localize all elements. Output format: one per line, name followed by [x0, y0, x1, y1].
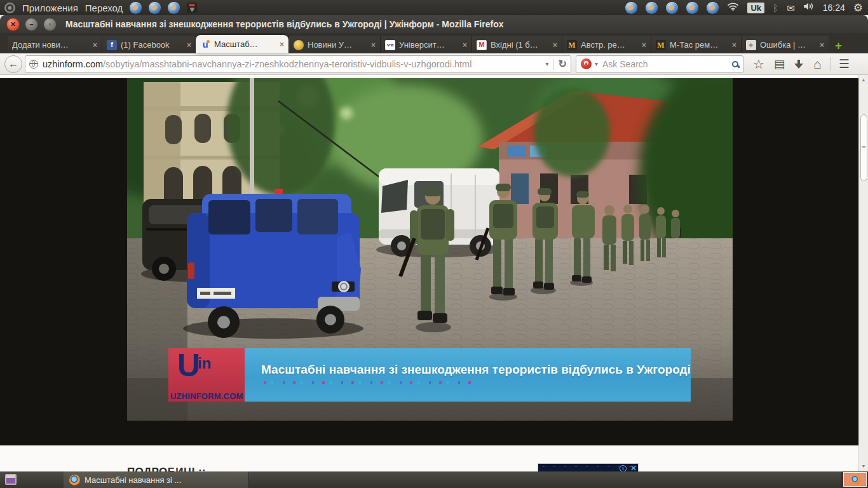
search-input[interactable] — [601, 58, 729, 70]
menu-icon[interactable]: ☰ — [839, 57, 850, 71]
tab-inbox[interactable]: M Вхідні (1 б… × — [471, 36, 562, 53]
video-caption-banner: U in UZHINFORM.COM Масштабні навчання зі… — [168, 348, 689, 402]
tab-austr[interactable]: M Австр. ре… × — [562, 36, 651, 53]
firefox-window-icon[interactable] — [646, 2, 658, 14]
top-panel: Приложения Переход Uk ᛒ ✉ 16:24 ⚙ — [0, 0, 868, 15]
keyboard-layout-indicator[interactable]: Uk — [747, 3, 764, 13]
adchoices-info-icon[interactable]: i — [620, 465, 627, 472]
firefox-window-icon[interactable] — [707, 2, 719, 14]
firefox-icon — [69, 475, 80, 485]
uzhinform-logo-letters: U in — [177, 349, 211, 381]
navigation-toolbar: ← uzhinform.com/sobytiya/masshtabni-navc… — [0, 53, 868, 75]
tab-close-icon[interactable]: × — [184, 41, 191, 50]
reload-icon[interactable]: ↻ — [559, 58, 567, 70]
bluetooth-icon[interactable]: ᛒ — [773, 3, 778, 13]
search-engine-dropdown-icon[interactable]: ▾ — [595, 60, 598, 67]
home-icon[interactable]: ⌂ — [813, 57, 822, 71]
tab-error[interactable]: ⌖ Ошибка | … × — [741, 36, 829, 53]
scrollbar[interactable]: ▲ ▼ — [858, 75, 868, 471]
tab-label: Масштаб… — [214, 39, 258, 49]
tab-close-icon[interactable]: × — [90, 41, 97, 50]
tab-close-icon[interactable]: × — [817, 41, 824, 50]
news-site-favicon — [294, 40, 304, 50]
tab-facebook[interactable]: f (1) Facebook × — [102, 36, 196, 53]
bookmark-star-icon[interactable]: ☆ — [753, 58, 764, 71]
firefox-icon — [851, 475, 860, 484]
tab-close-icon[interactable]: × — [460, 41, 467, 50]
firefox-window-icon[interactable] — [686, 2, 698, 14]
firefox-window-icon[interactable] — [666, 2, 678, 14]
wifi-icon[interactable] — [727, 2, 739, 13]
window-maximize-button[interactable]: ▫ — [43, 18, 57, 31]
ask-search-logo-icon[interactable] — [581, 58, 592, 69]
url-bar[interactable]: uzhinform.com/sobytiya/masshtabni-navcha… — [25, 55, 571, 73]
banner-title: Масштабні навчання зі знешкодження терор… — [261, 363, 691, 377]
bottom-taskbar: Масштабні навчання зі ... — [0, 471, 868, 488]
search-bar[interactable]: ▾ — [576, 55, 743, 73]
tab-label: Новини У… — [308, 40, 352, 50]
window-minimize-button[interactable]: – — [25, 18, 38, 31]
firefox-window-icon[interactable] — [625, 2, 637, 14]
url-domain: uzhinform.com — [43, 59, 103, 69]
video-glitch-artifact — [264, 381, 473, 384]
gear-icon[interactable]: ⚙ — [853, 3, 863, 13]
menu-applications[interactable]: Приложения — [22, 3, 78, 13]
active-workspace-cell[interactable] — [843, 472, 867, 487]
m-site-favicon: M — [567, 40, 577, 50]
new-tab-button[interactable]: + — [835, 39, 842, 51]
tab-mtac[interactable]: M М-Тас рем… × — [651, 36, 741, 53]
tab-university[interactable]: v·a Університ… × — [380, 36, 471, 53]
firefox-window-icon[interactable] — [149, 2, 161, 14]
tab-close-icon[interactable]: × — [277, 40, 284, 49]
url-dropdown-icon[interactable]: ▾ — [546, 60, 549, 67]
tab-label: Університ… — [399, 40, 445, 50]
clock[interactable]: 16:24 — [823, 3, 845, 13]
scroll-up-icon[interactable]: ▲ — [859, 76, 868, 84]
tab-close-icon[interactable]: × — [550, 41, 557, 50]
top-panel-left: Приложения Переход — [0, 2, 197, 14]
url-text: uzhinform.com/sobytiya/masshtabni-navcha… — [43, 59, 541, 69]
window-close-button[interactable]: ✕ — [6, 18, 20, 31]
window-title: Масштабні навчання зі знешкодження терор… — [65, 19, 504, 29]
taskbar-window-button[interactable]: Масштабні навчання зі ... — [64, 471, 249, 488]
tab-label: Вхідні (1 б… — [491, 40, 538, 50]
tab-close-icon[interactable]: × — [729, 41, 736, 50]
logo-site-url: UZHINFORM.COM — [170, 391, 243, 401]
uzhinform-favicon: u — [200, 39, 210, 50]
volume-icon[interactable] — [803, 2, 815, 13]
article-media-background: U in UZHINFORM.COM Масштабні навчання зі… — [0, 78, 858, 445]
tab-article-active[interactable]: u Масштаб… × — [196, 35, 288, 53]
mail-icon[interactable]: ✉ — [787, 3, 795, 13]
logo-letter-u: U — [177, 349, 200, 381]
app-indicator-icon[interactable] — [187, 3, 197, 13]
divider — [831, 57, 831, 71]
tab-close-icon[interactable]: × — [369, 41, 376, 50]
tab-add-news[interactable]: Додати нови… × — [8, 36, 102, 53]
window-list-icon[interactable] — [5, 474, 17, 485]
site-identity-globe-icon[interactable] — [29, 60, 38, 69]
voa-favicon: v·a — [385, 40, 395, 50]
window-titlebar: ✕ – ▫ Масштабні навчання зі знешкодження… — [0, 15, 868, 33]
menu-places[interactable]: Переход — [85, 3, 123, 13]
tab-label: (1) Facebook — [121, 40, 170, 50]
downloads-icon[interactable] — [794, 59, 804, 69]
workspace-switcher[interactable] — [841, 471, 868, 488]
distributor-logo-icon[interactable] — [4, 3, 15, 13]
m-site-favicon: M — [656, 40, 666, 50]
top-panel-tray: Uk ᛒ ✉ 16:24 ⚙ — [625, 2, 868, 14]
tab-close-icon[interactable]: × — [639, 41, 646, 50]
url-path: /sobytiya/masshtabni-navchannya-zi-znesh… — [103, 59, 471, 69]
article-photo: U in UZHINFORM.COM Масштабні навчання зі… — [127, 78, 733, 421]
scrollbar-grip — [862, 146, 865, 149]
firefox-window-icon[interactable] — [130, 2, 142, 14]
back-button[interactable]: ← — [4, 55, 22, 73]
scrollbar-thumb[interactable] — [860, 114, 867, 181]
search-icon[interactable] — [732, 61, 738, 67]
facebook-favicon: f — [107, 40, 117, 50]
bookmarks-menu-icon[interactable]: ▤ — [774, 58, 785, 70]
firefox-window-icon[interactable] — [168, 2, 180, 14]
taskbar-window-label: Масштабні навчання зі ... — [85, 475, 181, 485]
tab-news[interactable]: Новини У… × — [288, 36, 380, 53]
page-content: U in UZHINFORM.COM Масштабні навчання зі… — [0, 75, 868, 471]
scroll-down-icon[interactable]: ▼ — [859, 462, 868, 470]
